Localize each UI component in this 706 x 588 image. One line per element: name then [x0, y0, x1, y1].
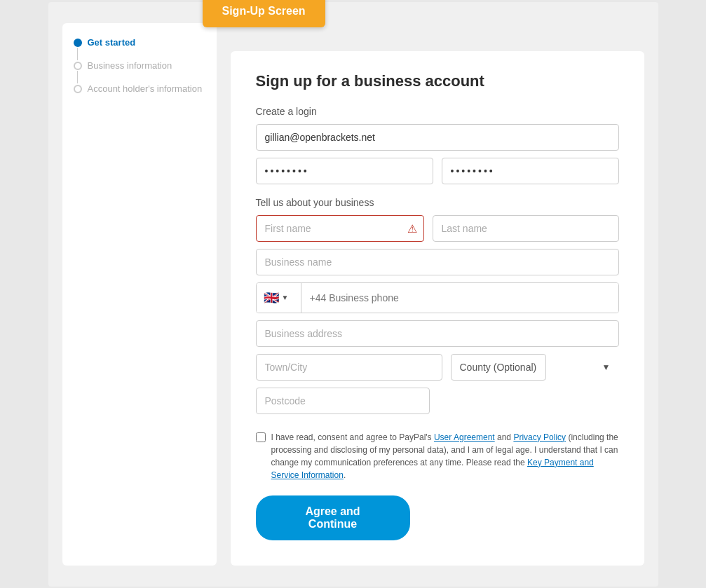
first-name-field[interactable]: [256, 215, 424, 242]
outer-container: Sign-Up Screen Get started Business info…: [48, 2, 658, 587]
sidebar-label-get-started: Get started: [88, 37, 136, 48]
form-title: Sign up for a business account: [256, 72, 619, 90]
first-name-wrapper: ⚠: [256, 215, 424, 242]
sidebar-item-get-started[interactable]: Get started: [74, 37, 205, 48]
email-field[interactable]: [256, 124, 619, 151]
confirm-password-field[interactable]: [442, 158, 619, 184]
legal-checkbox[interactable]: [256, 432, 266, 442]
sidebar-dot-inactive-2: [74, 85, 82, 93]
main-form: Sign up for a business account Create a …: [231, 51, 644, 566]
last-name-field[interactable]: [433, 215, 619, 242]
signup-screen-button[interactable]: Sign-Up Screen: [203, 0, 325, 27]
legal-text: I have read, consent and agree to PayPal…: [271, 431, 619, 481]
legal-row: I have read, consent and agree to PayPal…: [256, 431, 619, 481]
town-city-field[interactable]: [256, 354, 442, 381]
county-wrapper: County (Optional) Bedfordshire Berkshire…: [451, 354, 619, 381]
privacy-policy-link[interactable]: Privacy Policy: [513, 432, 566, 442]
sidebar-label-business-information: Business information: [88, 60, 172, 71]
sidebar-row-account-holders: Account holder's information: [74, 83, 205, 94]
uk-flag-icon: 🇬🇧: [264, 290, 279, 306]
phone-row: 🇬🇧 ▼: [256, 282, 619, 313]
sidebar: Get started Business information Account…: [62, 23, 217, 566]
sidebar-item-business-information[interactable]: Business information: [74, 60, 205, 71]
sidebar-nav: Get started Business information Account…: [74, 37, 205, 94]
county-select[interactable]: County (Optional) Bedfordshire Berkshire…: [451, 354, 546, 381]
key-payment-link[interactable]: Key Payment and Service Information: [271, 458, 594, 480]
business-phone-field[interactable]: [301, 283, 618, 313]
password-row: [256, 158, 619, 184]
phone-flag-selector[interactable]: 🇬🇧 ▼: [257, 283, 301, 313]
postcode-field[interactable]: [256, 388, 430, 414]
error-icon: ⚠: [407, 221, 417, 235]
county-chevron-icon: ▼: [602, 362, 611, 372]
phone-chevron-icon: ▼: [282, 294, 289, 301]
name-row: ⚠: [256, 215, 619, 242]
sidebar-item-account-holders-information[interactable]: Account holder's information: [74, 83, 205, 94]
sidebar-connector-1: [77, 48, 78, 60]
sidebar-dot-inactive-1: [74, 62, 82, 70]
password-field[interactable]: [256, 158, 433, 184]
sidebar-row-get-started: Get started: [74, 37, 205, 60]
sidebar-dot-active: [74, 39, 82, 47]
sidebar-connector-2: [77, 71, 78, 83]
town-county-row: County (Optional) Bedfordshire Berkshire…: [256, 354, 619, 381]
business-name-field[interactable]: [256, 249, 619, 275]
business-address-field[interactable]: [256, 320, 619, 347]
agree-and-continue-button[interactable]: Agree and Continue: [256, 495, 410, 540]
sidebar-row-business-info: Business information: [74, 60, 205, 83]
business-section-label: Tell us about your business: [256, 197, 619, 208]
user-agreement-link[interactable]: User Agreement: [434, 432, 495, 442]
sidebar-label-account-holders-information: Account holder's information: [88, 83, 203, 94]
create-login-label: Create a login: [256, 106, 619, 117]
